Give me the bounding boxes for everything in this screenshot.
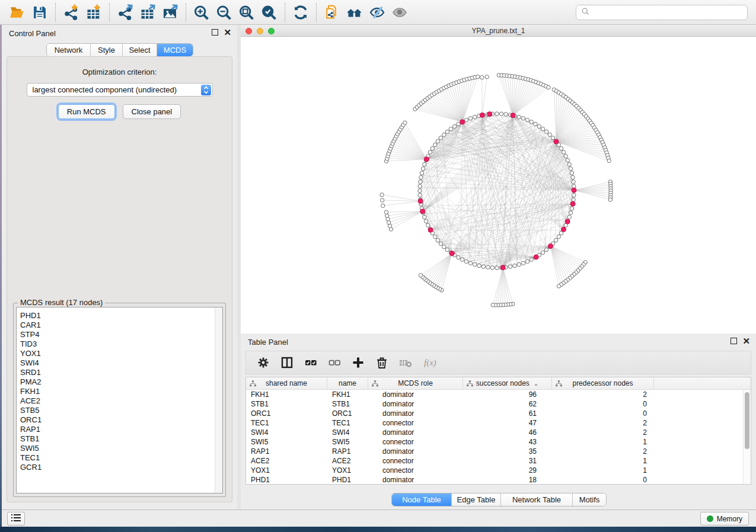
table-cell[interactable]: 35 xyxy=(463,447,552,456)
table-row[interactable]: YOX1YOX1connector291 xyxy=(246,466,751,475)
export-network-button[interactable] xyxy=(114,2,136,23)
mcds-result-item[interactable]: STB5 xyxy=(17,406,222,415)
delete-table-button[interactable] xyxy=(395,353,416,372)
export-table-button[interactable] xyxy=(136,2,159,23)
mcds-result-item[interactable]: ORC1 xyxy=(17,415,222,425)
table-cell[interactable]: YOX1 xyxy=(327,466,368,475)
first-neighbors-button[interactable] xyxy=(343,2,366,23)
mcds-result-item[interactable]: ACE2 xyxy=(17,396,222,406)
select-all-button[interactable] xyxy=(301,353,321,372)
tab-network[interactable]: Network xyxy=(47,44,91,56)
table-cell[interactable]: STB1 xyxy=(327,399,368,409)
close-panel-icon[interactable]: ✕ xyxy=(224,29,231,36)
table-cell[interactable]: SWI4 xyxy=(246,428,327,437)
column-header-shared-name[interactable]: shared name xyxy=(246,377,327,389)
deselect-all-button[interactable] xyxy=(324,353,344,372)
criterion-dropdown[interactable]: largest connected component (undirected) xyxy=(27,83,213,97)
function-builder-button[interactable]: f(x) xyxy=(419,353,439,372)
tab-network-table[interactable]: Network Table xyxy=(501,493,573,506)
memory-button[interactable]: Memory xyxy=(700,512,749,525)
add-column-button[interactable] xyxy=(348,353,368,372)
table-cell[interactable]: 47 xyxy=(463,418,552,428)
run-mcds-button[interactable]: Run MCDS xyxy=(58,104,115,119)
new-network-from-selection-button[interactable] xyxy=(321,2,343,23)
column-header-MCDS-role[interactable]: MCDS role xyxy=(368,377,463,389)
table-cell[interactable]: 96 xyxy=(463,390,552,399)
table-cell[interactable]: 46 xyxy=(463,428,552,437)
task-history-button[interactable] xyxy=(7,512,25,525)
save-session-button[interactable] xyxy=(28,2,51,23)
table-cell[interactable]: 61 xyxy=(463,409,552,418)
table-cell[interactable]: STB1 xyxy=(246,399,327,409)
table-row[interactable]: SWI5SWI5connector431 xyxy=(246,437,751,447)
table-cell[interactable]: 1 xyxy=(552,437,654,447)
mcds-result-item[interactable]: STB1 xyxy=(17,434,222,444)
table-cell[interactable]: dominator xyxy=(368,475,463,485)
table-cell[interactable]: 0 xyxy=(552,475,654,485)
table-cell[interactable]: 2 xyxy=(552,418,654,428)
window-maximize-icon[interactable] xyxy=(268,28,275,34)
table-row[interactable]: SWI4SWI4dominator462 xyxy=(246,428,751,437)
float-table-panel-icon[interactable] xyxy=(731,338,737,344)
mcds-result-item[interactable]: FKH1 xyxy=(17,387,222,396)
refresh-layout-button[interactable] xyxy=(289,2,312,23)
table-cell[interactable]: connector xyxy=(368,466,463,475)
table-cell[interactable]: ACE2 xyxy=(327,456,368,466)
zoom-out-button[interactable] xyxy=(213,2,235,23)
table-row[interactable]: STB1STB1dominator620 xyxy=(246,399,751,409)
table-cell[interactable]: RAP1 xyxy=(246,447,327,456)
table-cell[interactable]: 2 xyxy=(552,390,654,399)
mcds-result-item[interactable]: SWI4 xyxy=(17,358,222,368)
table-cell[interactable]: TEC1 xyxy=(327,418,368,428)
table-cell[interactable]: PHD1 xyxy=(246,475,327,485)
table-row[interactable]: TEC1TEC1connector472 xyxy=(246,418,751,428)
table-cell[interactable]: 0 xyxy=(552,399,654,409)
column-header-successor-nodes[interactable]: successor nodes⌄ xyxy=(463,377,552,389)
gear-button[interactable] xyxy=(253,353,273,372)
table-cell[interactable]: PHD1 xyxy=(327,475,368,485)
table-cell[interactable]: 62 xyxy=(463,399,552,409)
tab-mcds[interactable]: MCDS xyxy=(157,44,193,56)
table-cell[interactable]: SWI5 xyxy=(327,437,368,447)
network-window-titlebar[interactable]: YPA_prune.txt_1 xyxy=(241,25,756,37)
hide-selected-button[interactable] xyxy=(366,2,388,23)
table-cell[interactable]: connector xyxy=(368,418,463,428)
table-cell[interactable]: 43 xyxy=(463,437,552,447)
table-cell[interactable]: 2 xyxy=(552,447,654,456)
table-cell[interactable]: RAP1 xyxy=(327,447,368,456)
table-cell[interactable]: dominator xyxy=(368,409,463,418)
table-cell[interactable]: dominator xyxy=(368,390,463,399)
table-cell[interactable]: SWI5 xyxy=(246,437,327,447)
table-cell[interactable]: dominator xyxy=(368,399,463,409)
table-row[interactable]: FKH1FKH1dominator962 xyxy=(246,390,751,399)
zoom-selected-button[interactable] xyxy=(258,2,280,23)
zoom-in-button[interactable] xyxy=(190,2,213,23)
table-cell[interactable]: ACE2 xyxy=(246,456,327,466)
close-panel-button[interactable]: Close panel xyxy=(123,104,181,119)
table-cell[interactable]: FKH1 xyxy=(246,390,327,399)
open-file-button[interactable] xyxy=(6,2,28,23)
columns-button[interactable] xyxy=(277,353,297,372)
mcds-result-item[interactable]: PHD1 xyxy=(17,311,222,321)
mcds-result-item[interactable]: GCR1 xyxy=(17,463,222,472)
mcds-result-item[interactable]: TEC1 xyxy=(17,453,222,463)
table-scrollbar[interactable] xyxy=(743,390,751,484)
table-cell[interactable]: 2 xyxy=(552,428,654,437)
table-cell[interactable]: connector xyxy=(368,456,463,466)
table-cell[interactable]: YOX1 xyxy=(246,466,327,475)
zoom-fit-button[interactable] xyxy=(235,2,258,23)
tab-select[interactable]: Select xyxy=(123,44,157,56)
mcds-result-item[interactable]: SRD1 xyxy=(17,368,222,377)
table-cell[interactable]: dominator xyxy=(368,447,463,456)
mcds-result-item[interactable]: SWI5 xyxy=(17,444,222,453)
tab-edge-table[interactable]: Edge Table xyxy=(452,493,501,506)
column-header-predecessor-nodes[interactable]: predecessor nodes xyxy=(552,377,654,389)
mcds-list-scrollbar[interactable] xyxy=(215,307,222,493)
close-table-panel-icon[interactable]: ✕ xyxy=(742,338,750,344)
float-panel-icon[interactable] xyxy=(212,29,218,36)
table-cell[interactable]: FKH1 xyxy=(327,390,368,399)
delete-column-button[interactable] xyxy=(372,353,392,372)
window-close-icon[interactable] xyxy=(245,28,252,34)
import-table-button[interactable] xyxy=(82,2,105,23)
table-cell[interactable]: 29 xyxy=(463,466,552,475)
